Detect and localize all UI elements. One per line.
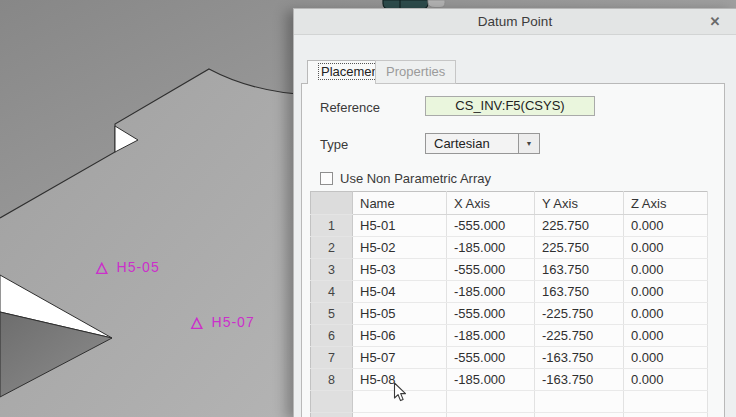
row-number-cell[interactable]: [311, 413, 353, 417]
y-cell[interactable]: 225.750: [535, 237, 624, 259]
col-header-y: Y Axis: [535, 192, 624, 215]
z-cell[interactable]: 0.000: [624, 369, 708, 391]
row-number-cell[interactable]: 3: [311, 259, 353, 281]
reference-label: Reference: [320, 100, 380, 115]
non-parametric-array-checkbox[interactable]: [320, 172, 333, 185]
x-cell[interactable]: [447, 391, 535, 413]
row-number-cell[interactable]: [311, 391, 353, 413]
close-icon[interactable]: ✕: [706, 13, 724, 31]
reference-field[interactable]: CS_INV:F5(CSYS): [425, 96, 595, 116]
table-header-row: Name X Axis Y Axis Z Axis: [311, 192, 708, 215]
table-row-empty: [311, 413, 708, 417]
y-cell[interactable]: [535, 391, 624, 413]
z-cell[interactable]: [624, 413, 708, 417]
name-cell[interactable]: H5-03: [353, 259, 447, 281]
y-cell[interactable]: -225.750: [535, 325, 624, 347]
col-header-x: X Axis: [447, 192, 535, 215]
datum-point-marker[interactable]: △H5-05: [96, 258, 160, 276]
y-cell[interactable]: -163.750: [535, 347, 624, 369]
x-cell[interactable]: [447, 413, 535, 417]
z-cell[interactable]: 0.000: [624, 325, 708, 347]
row-number-cell[interactable]: 6: [311, 325, 353, 347]
name-cell[interactable]: [353, 413, 447, 417]
x-cell[interactable]: -185.000: [447, 281, 535, 303]
table-row: 2 H5-02 -185.000 225.750 0.000: [311, 237, 708, 259]
z-cell[interactable]: 0.000: [624, 237, 708, 259]
z-cell[interactable]: [624, 391, 708, 413]
name-cell[interactable]: H5-04: [353, 281, 447, 303]
row-number-cell[interactable]: 5: [311, 303, 353, 325]
datum-point-label: H5-07: [212, 314, 255, 330]
row-number-cell[interactable]: 2: [311, 237, 353, 259]
x-cell[interactable]: -555.000: [447, 347, 535, 369]
z-cell[interactable]: 0.000: [624, 215, 708, 237]
corner-header-cell: [311, 192, 353, 215]
datum-point-marker-icon[interactable]: △: [96, 258, 108, 275]
datum-point-label: H5-05: [117, 259, 160, 275]
name-cell[interactable]: H5-06: [353, 325, 447, 347]
datum-point-marker-icon[interactable]: △: [191, 313, 203, 330]
z-cell[interactable]: 0.000: [624, 347, 708, 369]
tab-properties-label: Properties: [386, 64, 445, 79]
y-cell[interactable]: 163.750: [535, 281, 624, 303]
datum-point-dialog: Datum Point ✕ Placement Properties Refer…: [293, 8, 736, 417]
row-number-cell[interactable]: 8: [311, 369, 353, 391]
datum-point-marker[interactable]: △H5-07: [191, 313, 255, 331]
x-cell[interactable]: -555.000: [447, 259, 535, 281]
dropdown-arrow-icon[interactable]: ▼: [518, 134, 539, 153]
table-row: 7 H5-07 -555.000 -163.750 0.000: [311, 347, 708, 369]
datum-points-table: Name X Axis Y Axis Z Axis 1 H5-01 -555.0…: [310, 191, 708, 417]
row-number-cell[interactable]: 7: [311, 347, 353, 369]
name-cell[interactable]: H5-02: [353, 237, 447, 259]
type-label: Type: [320, 137, 348, 152]
dialog-title: Datum Point: [478, 14, 552, 29]
table-row: 4 H5-04 -185.000 163.750 0.000: [311, 281, 708, 303]
x-cell[interactable]: -185.000: [447, 325, 535, 347]
name-cell[interactable]: H5-08: [353, 369, 447, 391]
name-cell[interactable]: H5-01: [353, 215, 447, 237]
table-row-empty: [311, 391, 708, 413]
row-number-cell[interactable]: 1: [311, 215, 353, 237]
x-cell[interactable]: -555.000: [447, 215, 535, 237]
table-row: 6 H5-06 -185.000 -225.750 0.000: [311, 325, 708, 347]
y-cell[interactable]: [535, 413, 624, 417]
col-header-z: Z Axis: [624, 192, 708, 215]
row-number-cell[interactable]: 4: [311, 281, 353, 303]
col-header-name: Name: [353, 192, 447, 215]
y-cell[interactable]: -225.750: [535, 303, 624, 325]
type-dropdown-value: Cartesian: [426, 134, 518, 153]
name-cell[interactable]: [353, 391, 447, 413]
dialog-titlebar[interactable]: Datum Point ✕: [294, 9, 736, 35]
table-row: 1 H5-01 -555.000 225.750 0.000: [311, 215, 708, 237]
y-cell[interactable]: -163.750: [535, 369, 624, 391]
table-row: 8 H5-08 -185.000 -163.750 0.000: [311, 369, 708, 391]
x-cell[interactable]: -185.000: [447, 237, 535, 259]
table-row: 3 H5-03 -555.000 163.750 0.000: [311, 259, 708, 281]
table-row: 5 H5-05 -555.000 -225.750 0.000: [311, 303, 708, 325]
app-screen: △H5-05 △H5-07 Datum Point ✕ Placement Pr…: [0, 0, 736, 417]
type-dropdown[interactable]: Cartesian ▼: [425, 133, 540, 154]
non-parametric-array-label: Use Non Parametric Array: [340, 171, 491, 186]
name-cell[interactable]: H5-05: [353, 303, 447, 325]
z-cell[interactable]: 0.000: [624, 259, 708, 281]
x-cell[interactable]: -555.000: [447, 303, 535, 325]
z-cell[interactable]: 0.000: [624, 303, 708, 325]
y-cell[interactable]: 163.750: [535, 259, 624, 281]
name-cell[interactable]: H5-07: [353, 347, 447, 369]
placement-panel: Reference CS_INV:F5(CSYS) Type Cartesian…: [301, 83, 725, 417]
x-cell[interactable]: -185.000: [447, 369, 535, 391]
tab-properties[interactable]: Properties: [375, 60, 456, 84]
y-cell[interactable]: 225.750: [535, 215, 624, 237]
z-cell[interactable]: 0.000: [624, 281, 708, 303]
